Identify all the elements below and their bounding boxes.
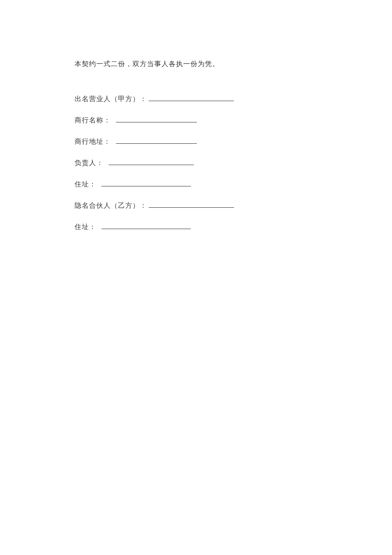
field-address2: 住址： bbox=[75, 222, 392, 232]
field-party-a: 出名营业人（甲方）： bbox=[75, 94, 392, 104]
blank-address2 bbox=[101, 222, 191, 229]
label-address1: 住址： bbox=[75, 180, 96, 189]
label-party-b: 隐名合伙人（乙方）： bbox=[75, 201, 147, 210]
label-address2: 住址： bbox=[75, 223, 96, 232]
field-business-name: 商行名称： bbox=[75, 116, 392, 125]
blank-business-address bbox=[116, 137, 197, 144]
field-party-b: 隐名合伙人（乙方）： bbox=[75, 201, 392, 210]
field-business-address: 商行地址： bbox=[75, 137, 392, 146]
label-responsible-person: 负责人： bbox=[75, 159, 104, 168]
blank-party-a bbox=[149, 94, 234, 101]
blank-responsible-person bbox=[109, 158, 194, 165]
blank-business-name bbox=[116, 116, 197, 122]
label-party-a: 出名营业人（甲方）： bbox=[75, 95, 147, 104]
blank-party-b bbox=[149, 201, 234, 208]
field-address1: 住址： bbox=[75, 180, 392, 189]
label-business-address: 商行地址： bbox=[75, 137, 111, 146]
intro-text: 本契约一式二份，双方当事人各执一份为凭。 bbox=[75, 60, 392, 69]
label-business-name: 商行名称： bbox=[75, 116, 111, 125]
field-responsible-person: 负责人： bbox=[75, 158, 392, 168]
blank-address1 bbox=[101, 180, 191, 186]
